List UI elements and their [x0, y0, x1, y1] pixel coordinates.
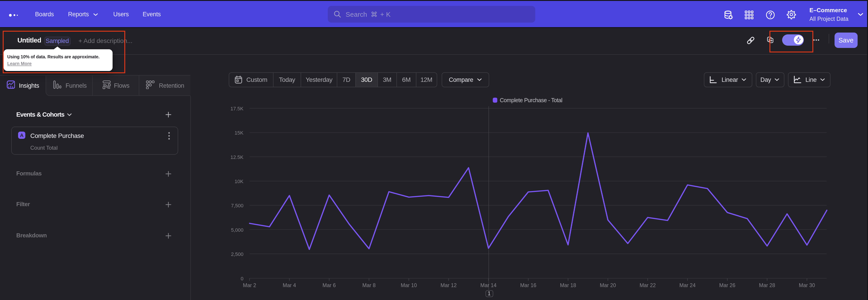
svg-text:5,000: 5,000 [231, 227, 243, 233]
svg-text:12.5K: 12.5K [230, 154, 244, 160]
svg-text:17.5K: 17.5K [230, 106, 244, 112]
svg-text:Mar 20: Mar 20 [600, 282, 616, 288]
svg-text:7,500: 7,500 [231, 203, 243, 208]
svg-text:10K: 10K [235, 179, 243, 184]
svg-text:Mar 14: Mar 14 [480, 282, 497, 288]
svg-text:Mar 30: Mar 30 [799, 282, 815, 288]
svg-text:Mar 16: Mar 16 [520, 282, 536, 288]
svg-text:Mar 12: Mar 12 [440, 282, 457, 288]
svg-text:Mar 22: Mar 22 [640, 282, 656, 288]
svg-text:Mar 24: Mar 24 [680, 282, 696, 288]
svg-text:Mar 26: Mar 26 [719, 282, 736, 288]
svg-text:15K: 15K [235, 130, 243, 136]
svg-text:0: 0 [241, 276, 243, 281]
svg-text:Mar 6: Mar 6 [322, 282, 336, 288]
svg-text:2,500: 2,500 [231, 251, 243, 257]
svg-text:Mar 8: Mar 8 [362, 282, 376, 288]
svg-text:Mar 28: Mar 28 [759, 282, 775, 288]
svg-text:Mar 4: Mar 4 [283, 282, 296, 288]
svg-text:Mar 18: Mar 18 [560, 282, 576, 288]
svg-text:Mar 10: Mar 10 [401, 282, 417, 288]
svg-text:Mar 2: Mar 2 [243, 282, 256, 288]
